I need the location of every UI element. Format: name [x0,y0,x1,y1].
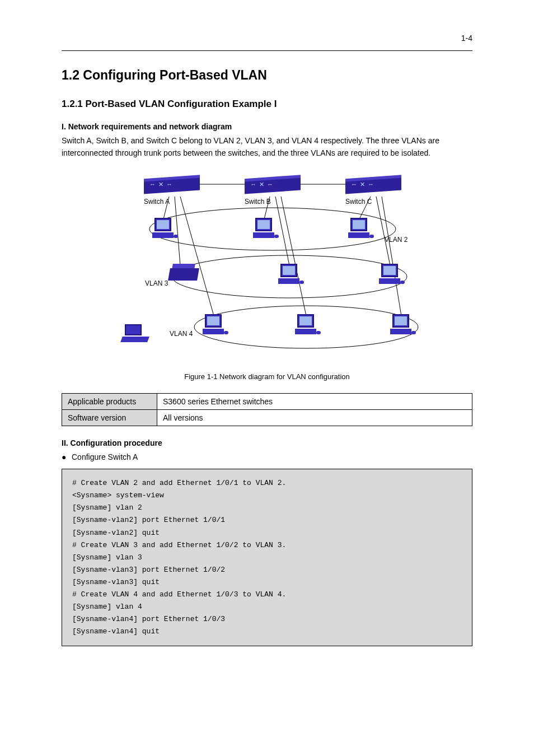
code-line: [Sysname-vlan3] quit [72,576,462,589]
svg-line-11 [382,197,401,316]
code-line: [Sysname] vlan 2 [72,502,462,514]
figure-caption: Figure 1-1 Network diagram for VLAN conf… [62,372,472,381]
procedure-heading: II. Configuration procedure [62,438,472,447]
table-row: Applicable products S3600 series Etherne… [62,393,472,409]
page-number: 1-4 [461,34,472,43]
vlan4-label: VLAN 4 [170,330,193,338]
switch-b-label: Switch B [245,198,271,206]
pc-icon [253,218,279,242]
table-cell-label: Applicable products [62,393,157,409]
pc-icon [278,264,304,288]
code-line: [Sysname] vlan 4 [72,601,462,613]
switch-a-icon: ↔ ✕ ↔ [144,176,200,194]
table-cell-label: Software version [62,409,157,426]
switch-c-icon: ↔ ✕ ↔ [345,176,401,194]
table-cell-value: All versions [157,409,472,426]
document-page: { "page_number": "1-4", "section_title":… [0,0,534,756]
vlan3-label: VLAN 3 [145,279,168,287]
requirements-paragraph: Switch A, Switch B, and Switch C belong … [62,134,472,160]
printer-icon [169,268,198,285]
switch-c-label: Switch C [345,198,372,206]
code-line: # Create VLAN 3 and add Ethernet 1/0/2 t… [72,539,462,552]
bullet-item: ●Configure Switch A [62,451,472,463]
code-line: [Sysname-vlan3] port Ethernet 1/0/2 [72,564,462,576]
code-line: [Sysname-vlan4] quit [72,626,462,638]
pc-icon [379,264,405,288]
svg-line-10 [376,197,390,265]
pc-icon [348,218,374,242]
table-row: Software version All versions [62,409,472,426]
code-block: # Create VLAN 2 and add Ethernet 1/0/1 t… [62,469,472,646]
pc-icon [203,314,228,339]
subsection-title: 1.2.1 Port-Based VLAN Configuration Exam… [62,99,472,110]
pc-icon [390,314,416,339]
switch-b-icon: ↔ ✕ ↔ [245,176,301,194]
code-line: [Sysname-vlan2] quit [72,527,462,539]
section-title: 1.2 Configuring Port-Based VLAN [62,68,472,83]
bullet-text: Configure Switch A [72,452,138,461]
code-line: [Sysname-vlan2] port Ethernet 1/0/1 [72,514,462,526]
topology-heading: I. Network requirements and network diag… [62,122,472,131]
code-line: # Create VLAN 4 and add Ethernet 1/0/3 t… [72,589,462,601]
laptop-icon [121,324,148,343]
code-line: [Sysname] vlan 3 [72,552,462,564]
pc-icon [152,218,178,242]
pc-icon [295,314,321,339]
code-line: # Create VLAN 2 and add Ethernet 1/0/1 t… [72,477,462,489]
code-line: [Sysname-vlan4] port Ethernet 1/0/3 [72,613,462,626]
table-cell-value: S3600 series Ethernet switches [157,393,472,409]
vlan2-label: VLAN 2 [385,236,407,244]
switch-a-label: Switch A [144,198,170,206]
spec-table: Applicable products S3600 series Etherne… [62,393,472,426]
code-line: <Sysname> system-view [72,489,462,502]
svg-line-5 [180,197,214,316]
header-rule [62,50,472,51]
network-diagram: ↔ ✕ ↔ ↔ ✕ ↔ ↔ ✕ ↔ Switch A Switch B Swit… [110,173,424,363]
